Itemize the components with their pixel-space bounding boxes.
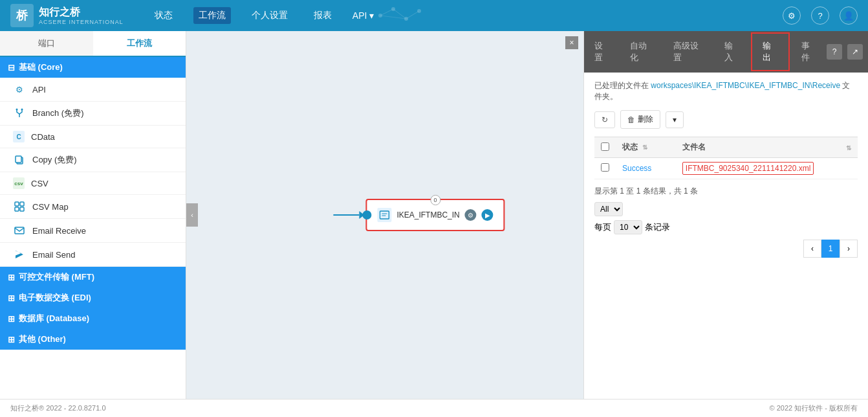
app-sub: ACSERE INTERNATIONAL bbox=[39, 19, 124, 25]
delete-button[interactable]: 🗑 删除 bbox=[620, 110, 660, 129]
svg-line-6 bbox=[406, 11, 419, 19]
tab-output[interactable]: 输出 bbox=[751, 32, 789, 71]
node-left-dot bbox=[362, 210, 371, 220]
filter-row: All bbox=[594, 202, 623, 216]
toolbar: ↻ 🗑 删除 ▾ bbox=[594, 110, 858, 129]
logo-icon: 桥 bbox=[10, 4, 34, 27]
group-other[interactable]: ⊞ 其他 (Other) bbox=[0, 329, 186, 350]
tab-input[interactable]: 输入 bbox=[714, 34, 750, 70]
emailreceive-icon bbox=[13, 224, 26, 237]
tab-setup[interactable]: 设置 bbox=[584, 34, 620, 70]
group-database[interactable]: ⊞ 数据库 (Database) bbox=[0, 308, 186, 329]
col-status: 状态 ⇅ bbox=[616, 137, 663, 158]
col-sep2: ⇅ bbox=[837, 137, 858, 158]
page-1-button[interactable]: 1 bbox=[821, 240, 840, 258]
gear-icon[interactable]: ⚙ bbox=[783, 6, 801, 25]
pagination-btns-container: ‹ 1 › bbox=[594, 240, 858, 258]
footer-right: © 2022 知行软件 - 版权所有 bbox=[770, 403, 858, 413]
tab-events[interactable]: 事件 bbox=[791, 34, 827, 70]
user-icon[interactable]: 👤 bbox=[840, 6, 858, 25]
svg-line-4 bbox=[380, 9, 393, 16]
row-status: Success bbox=[616, 158, 663, 179]
section-icon: ⊟ bbox=[8, 63, 15, 73]
workflow-node: 0 IKEA_IFTMBC_IN ⚙ ▶ bbox=[333, 199, 505, 231]
connector-line bbox=[333, 214, 359, 216]
row-action bbox=[837, 158, 858, 179]
top-navigation: 桥 知行之桥 ACSERE INTERNATIONAL 状态 工作流 个人设置 … bbox=[0, 0, 868, 31]
refresh-button[interactable]: ↻ bbox=[594, 111, 615, 128]
collapse-button[interactable]: ‹ bbox=[186, 203, 198, 227]
close-button[interactable]: × bbox=[565, 36, 578, 49]
sidebar-tabs: 端口 工作流 bbox=[0, 31, 186, 57]
table-row: Success IFTMBC_9025340_2211141220.xml bbox=[594, 158, 858, 179]
col-filename: 文件名 bbox=[676, 137, 837, 158]
select-all-checkbox[interactable] bbox=[601, 142, 609, 151]
nav-right: ⚙ ? 👤 bbox=[783, 6, 858, 25]
sidebar-item-csvmap[interactable]: CSV Map bbox=[0, 195, 186, 219]
node-arrow-button[interactable]: ▶ bbox=[482, 209, 494, 221]
row-checkbox bbox=[594, 158, 616, 179]
sidebar-item-csv[interactable]: csv CSV bbox=[0, 172, 186, 195]
nav-status[interactable]: 状态 bbox=[149, 7, 178, 24]
svg-rect-13 bbox=[15, 202, 19, 206]
section-core-header: ⊟ 基础 (Core) bbox=[0, 57, 186, 78]
row-select-checkbox[interactable] bbox=[601, 163, 609, 172]
tab-advanced[interactable]: 高级设置 bbox=[663, 34, 714, 70]
filter-select[interactable]: All bbox=[594, 202, 623, 216]
sidebar-item-branch[interactable]: Branch (免费) bbox=[0, 102, 186, 126]
per-page-row: 每页 10 20 50 条记录 bbox=[594, 220, 858, 234]
app-logo: 桥 知行之桥 ACSERE INTERNATIONAL bbox=[10, 4, 124, 27]
tab-automation[interactable]: 自动化 bbox=[620, 34, 663, 70]
node-badge: 0 bbox=[430, 195, 440, 205]
nav-settings[interactable]: 个人设置 bbox=[246, 7, 293, 24]
nav-workflow[interactable]: 工作流 bbox=[193, 7, 231, 24]
node-label: IKEA_IFTMBC_IN bbox=[396, 210, 459, 220]
files-table: 状态 ⇅ 文件名 ⇅ bbox=[594, 137, 858, 179]
path-text: workspaces\IKEA_IFTMBC\IKEA_IFTMBC_IN\Re… bbox=[651, 81, 840, 90]
api-icon: ⚙ bbox=[13, 83, 26, 96]
info-text: 已处理的文件在 workspaces\IKEA_IFTMBC\IKEA_IFTM… bbox=[594, 80, 858, 102]
svg-rect-18 bbox=[380, 211, 389, 219]
connector-in bbox=[333, 211, 365, 219]
tab-workflow[interactable]: 工作流 bbox=[93, 31, 186, 56]
external-tab-icon[interactable]: ↗ bbox=[847, 44, 863, 60]
sidebar-item-cdata[interactable]: C CData bbox=[0, 126, 186, 148]
main-layout: 端口 工作流 ⊟ 基础 (Core) ⚙ API Branch (免费) C C… bbox=[0, 31, 868, 399]
sidebar-item-emailsend[interactable]: Email Send bbox=[0, 243, 186, 267]
prev-page-button[interactable]: ‹ bbox=[803, 240, 821, 258]
dropdown-button[interactable]: ▾ bbox=[666, 111, 684, 128]
canvas-area: × ‹ 0 IKEA_IFTMBC_IN ⚙ ▶ bbox=[186, 31, 583, 399]
refresh-icon: ↻ bbox=[602, 115, 608, 124]
svg-rect-15 bbox=[15, 207, 19, 211]
file-link[interactable]: IFTMBC_9025340_2211141220.xml bbox=[682, 162, 814, 175]
sidebar-item-api[interactable]: ⚙ API bbox=[0, 78, 186, 102]
group-mft[interactable]: ⊞ 可控文件传输 (MFT) bbox=[0, 267, 186, 287]
footer-left: 知行之桥® 2022 - 22.0.8271.0 bbox=[10, 403, 106, 413]
csvmap-icon bbox=[13, 200, 26, 213]
sort-filename-icon: ⇅ bbox=[846, 144, 851, 152]
per-page-select[interactable]: 10 20 50 bbox=[614, 220, 642, 234]
branch-icon bbox=[13, 107, 26, 120]
pagination-info: 显示第 1 至 1 条结果，共 1 条 bbox=[594, 186, 858, 197]
help-icon[interactable]: ? bbox=[811, 6, 829, 25]
right-content: 已处理的文件在 workspaces\IKEA_IFTMBC\IKEA_IFTM… bbox=[584, 73, 868, 399]
svg-point-8 bbox=[16, 109, 18, 111]
trash-icon: 🗑 bbox=[627, 115, 635, 124]
next-page-button[interactable]: › bbox=[840, 240, 858, 258]
tab-port[interactable]: 端口 bbox=[0, 31, 93, 56]
nav-api[interactable]: API ▾ bbox=[353, 10, 374, 21]
sidebar-item-copy[interactable]: Copy (免费) bbox=[0, 148, 186, 172]
group-edi[interactable]: ⊞ 电子数据交换 (EDI) bbox=[0, 287, 186, 308]
help-tab-icon[interactable]: ? bbox=[827, 44, 842, 60]
sidebar-item-emailreceive[interactable]: Email Receive bbox=[0, 219, 186, 243]
row-filename: IFTMBC_9025340_2211141220.xml bbox=[676, 158, 837, 179]
svg-rect-14 bbox=[20, 202, 24, 206]
node-gear-button[interactable]: ⚙ bbox=[465, 209, 477, 221]
copy-icon bbox=[13, 153, 26, 166]
row-sep bbox=[663, 158, 676, 179]
svg-point-9 bbox=[21, 109, 23, 111]
col-checkbox bbox=[594, 137, 616, 158]
cdata-icon: C bbox=[13, 131, 25, 142]
nav-report[interactable]: 报表 bbox=[309, 7, 337, 24]
sidebar: 端口 工作流 ⊟ 基础 (Core) ⚙ API Branch (免费) C C… bbox=[0, 31, 186, 399]
